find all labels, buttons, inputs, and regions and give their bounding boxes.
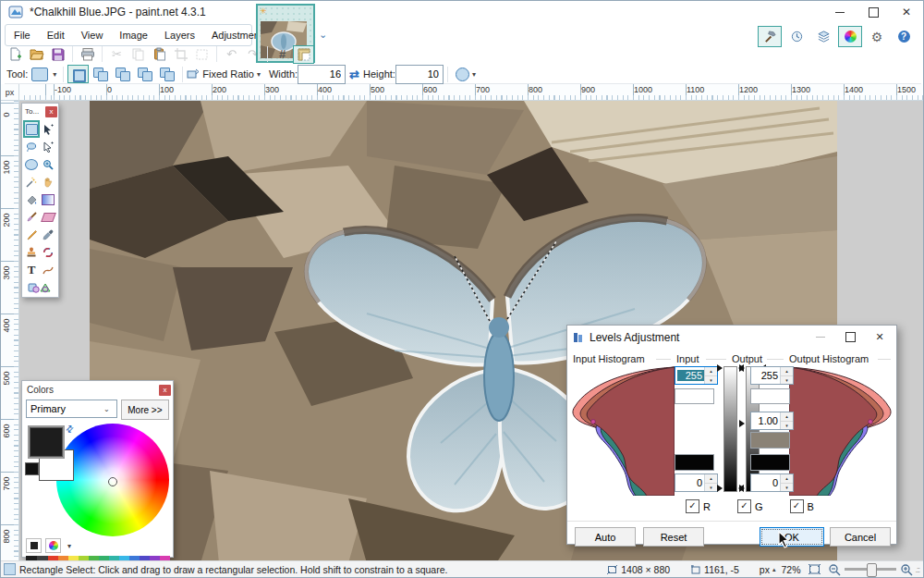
- image-list-chevron-icon[interactable]: ⌄: [319, 29, 327, 41]
- palette-dropdown-arrow-icon[interactable]: ▾: [67, 542, 71, 550]
- menu-edit[interactable]: Edit: [39, 27, 73, 43]
- paste-button[interactable]: [149, 45, 170, 64]
- tool-clone-stamp[interactable]: [23, 243, 40, 261]
- output-black-point-swatch[interactable]: [750, 454, 790, 471]
- menu-file[interactable]: File: [6, 27, 39, 43]
- zoom-slider[interactable]: [845, 568, 896, 571]
- ok-button[interactable]: OK: [760, 527, 824, 547]
- grid-toggle-button[interactable]: #: [272, 45, 293, 64]
- menu-image[interactable]: Image: [111, 27, 156, 43]
- tool-text[interactable]: T: [23, 261, 40, 278]
- channel-checkbox-r[interactable]: ✓R: [686, 499, 711, 513]
- menu-layers[interactable]: Layers: [156, 27, 203, 43]
- output-max-spinner[interactable]: 255 ▴▾: [750, 366, 794, 385]
- levels-title-bar[interactable]: Levels Adjustment ✕: [567, 326, 896, 349]
- tool-ellipse-select[interactable]: [23, 155, 40, 173]
- palette-manager-button[interactable]: [45, 538, 61, 553]
- gamma-marker-left[interactable]: [739, 420, 745, 427]
- tool-lasso-select[interactable]: [23, 138, 40, 155]
- close-button[interactable]: ✕: [890, 1, 923, 23]
- channel-checkbox-b[interactable]: ✓B: [790, 499, 814, 513]
- add-color-button[interactable]: [26, 538, 42, 553]
- fixed-ratio-dropdown-arrow-icon[interactable]: ▾: [257, 70, 261, 79]
- history-toggle-button[interactable]: [784, 26, 808, 47]
- antialias-dropdown-arrow-icon[interactable]: ▾: [472, 70, 476, 79]
- levels-maximize-button[interactable]: [835, 326, 865, 348]
- levels-close-button[interactable]: ✕: [865, 326, 894, 348]
- tool-color-picker[interactable]: [40, 226, 56, 243]
- tool-move-selection[interactable]: [40, 138, 56, 155]
- minimize-button[interactable]: [823, 1, 857, 23]
- tool-magic-wand[interactable]: [23, 173, 40, 191]
- gamma-spinner[interactable]: 1.00 ▴▾: [750, 412, 794, 430]
- tool-paint-bucket[interactable]: [23, 191, 40, 208]
- color-wheel-cursor[interactable]: [108, 477, 117, 486]
- tool-pan[interactable]: [40, 173, 56, 191]
- output-min-spinner[interactable]: 0 ▴▾: [750, 473, 794, 492]
- selection-mode-invert[interactable]: [156, 65, 177, 83]
- layers-toggle-button[interactable]: [811, 26, 835, 47]
- deselect-button[interactable]: [191, 45, 213, 64]
- selection-mode-add[interactable]: [90, 65, 111, 83]
- save-button[interactable]: [47, 45, 68, 64]
- input-min-spinner[interactable]: 0 ▴▾: [675, 473, 718, 492]
- redo-button[interactable]: ↷: [242, 45, 263, 64]
- canvas-area[interactable]: To... x T Colors x Primary ⌄ More >>: [19, 101, 923, 561]
- zoom-out-icon[interactable]: [828, 563, 841, 576]
- swap-dimensions-icon[interactable]: ⇄: [349, 68, 359, 81]
- crop-button[interactable]: [170, 45, 191, 64]
- input-black-point-swatch[interactable]: [675, 454, 714, 471]
- width-input[interactable]: [298, 65, 346, 84]
- new-button[interactable]: [5, 45, 26, 64]
- unit-selector[interactable]: px ▴: [760, 564, 776, 575]
- output-bottom-marker[interactable]: [739, 485, 745, 492]
- selection-mode-subtract[interactable]: [112, 65, 133, 83]
- tool-recolor[interactable]: [40, 243, 56, 261]
- help-button[interactable]: ?: [892, 26, 916, 47]
- color-mode-select[interactable]: Primary ⌄: [26, 400, 117, 418]
- tool-gradient[interactable]: [40, 191, 56, 208]
- antialias-quality-icon[interactable]: [456, 68, 469, 81]
- current-tool-icon[interactable]: [31, 68, 48, 81]
- input-bottom-marker[interactable]: [717, 485, 723, 492]
- channel-checkbox-g[interactable]: ✓G: [737, 499, 763, 513]
- tool-move-selected-pixels[interactable]: [40, 120, 56, 138]
- output-top-marker[interactable]: [739, 364, 745, 372]
- height-input[interactable]: [395, 65, 444, 84]
- resize-grip[interactable]: .::: [915, 565, 919, 574]
- tools-palette-close-icon[interactable]: x: [45, 106, 57, 117]
- tool-pencil[interactable]: [23, 226, 40, 243]
- tool-dropdown-arrow-icon[interactable]: ▾: [53, 70, 56, 79]
- maximize-button[interactable]: [857, 1, 890, 23]
- gamma-swatch[interactable]: [750, 432, 790, 449]
- fixed-ratio-label[interactable]: Fixed Ratio: [202, 68, 254, 80]
- tool-shapes[interactable]: [23, 278, 56, 296]
- print-button[interactable]: [77, 45, 98, 64]
- tool-line-curve[interactable]: [40, 261, 56, 278]
- open-button[interactable]: [26, 45, 47, 64]
- more-button[interactable]: More >>: [121, 400, 169, 420]
- input-max-spinner[interactable]: 255 ▴▾: [675, 366, 718, 385]
- zoom-fit-icon[interactable]: [808, 563, 821, 575]
- selection-mode-intersect[interactable]: [134, 65, 155, 83]
- primary-color-swatch[interactable]: [28, 425, 65, 459]
- input-top-marker[interactable]: [717, 364, 723, 372]
- colors-toggle-button[interactable]: [838, 26, 862, 47]
- tool-zoom[interactable]: [40, 155, 56, 173]
- tool-rectangle-select[interactable]: [23, 120, 40, 138]
- selection-mode-replace[interactable]: [67, 65, 89, 83]
- zoom-slider-thumb[interactable]: [867, 563, 877, 577]
- settings-button[interactable]: ⚙: [865, 26, 889, 47]
- undo-button[interactable]: ↶: [221, 45, 242, 64]
- colors-palette-close-icon[interactable]: x: [159, 385, 171, 396]
- auto-button[interactable]: Auto: [575, 527, 636, 547]
- zoom-in-icon[interactable]: [900, 563, 913, 576]
- reset-button[interactable]: Reset: [643, 527, 704, 547]
- ruler-toggle-button[interactable]: [293, 45, 314, 64]
- input-gradient-bar[interactable]: [723, 366, 737, 492]
- input-white-point-swatch[interactable]: [675, 388, 714, 404]
- tool-eraser[interactable]: [40, 208, 56, 226]
- cut-button[interactable]: ✂: [106, 45, 128, 64]
- tool-paintbrush[interactable]: [23, 208, 40, 226]
- tools-toggle-button[interactable]: [758, 26, 782, 47]
